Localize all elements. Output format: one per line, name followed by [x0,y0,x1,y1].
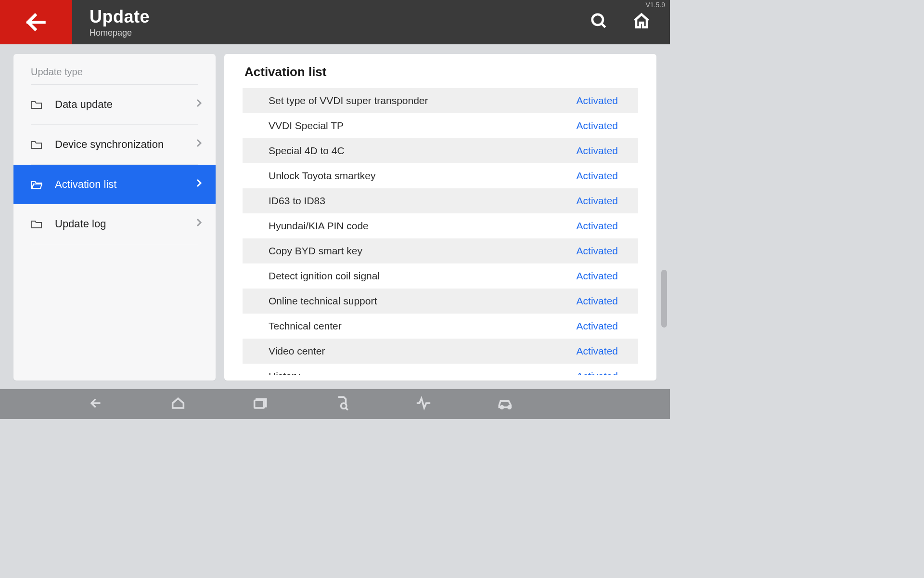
svg-rect-1 [255,400,264,408]
list-item[interactable]: HistoryActivated [243,364,638,375]
version-label: V1.5.9 [646,1,665,9]
item-name: Copy BYD smart key [269,245,577,257]
status-badge: Activated [577,245,618,257]
main-title: Activation list [243,65,638,79]
chevron-right-icon [195,138,202,151]
back-button[interactable] [0,0,72,44]
list-item[interactable]: Copy BYD smart keyActivated [243,238,638,263]
chevron-right-icon [195,98,202,111]
list-item[interactable]: Special 4D to 4CActivated [243,138,638,163]
list-item[interactable]: Set type of VVDI super transponderActiva… [243,88,638,113]
car-icon [496,395,515,411]
page-title: Update [90,7,150,27]
list-item[interactable]: VVDI Special TPActivated [243,113,638,138]
list-item[interactable]: Detect ignition coil signalActivated [243,263,638,289]
activation-list[interactable]: Set type of VVDI super transponderActiva… [243,88,638,375]
status-badge: Activated [577,320,618,332]
item-name: ID63 to ID83 [269,195,577,207]
status-badge: Activated [577,295,618,307]
title-block: Update Homepage [72,0,150,44]
sidebar-item-device-synchronization[interactable]: Device synchronization [13,125,216,164]
arrow-left-icon [24,10,48,34]
screen: Update Homepage V1.5.9 Update type Data … [0,0,670,419]
sidebar-item-data-update[interactable]: Data update [13,85,216,124]
home-button[interactable] [632,12,651,32]
item-name: Video center [269,345,577,357]
status-badge: Activated [577,345,618,357]
nav-back-button[interactable] [87,395,106,413]
header: Update Homepage V1.5.9 [0,0,670,44]
nav-home-button[interactable] [168,395,188,413]
sidebar-item-label: Device synchronization [45,138,195,151]
doc-search-icon [332,395,351,411]
sidebar-heading: Update type [13,61,216,84]
search-icon [590,12,608,30]
folder-icon [31,219,45,229]
item-name: Online technical support [269,295,577,307]
search-button[interactable] [590,12,608,32]
list-item[interactable]: Video centerActivated [243,339,638,364]
scrollbar-thumb[interactable] [661,270,667,328]
list-item[interactable]: Hyundai/KIA PIN codeActivated [243,213,638,238]
home-outline-icon [168,395,188,411]
sidebar-item-activation-list[interactable]: Activation list [13,165,216,204]
status-badge: Activated [577,170,618,182]
sidebar-item-label: Data update [45,98,195,111]
folder-icon [31,140,45,149]
status-badge: Activated [577,370,618,375]
page-subtitle: Homepage [90,28,150,38]
body: Update type Data updateDevice synchroniz… [0,44,670,419]
item-name: Detect ignition coil signal [269,270,577,282]
arrow-left-icon [87,395,106,411]
item-name: Special 4D to 4C [269,145,577,157]
sidebar: Update type Data updateDevice synchroniz… [13,54,216,381]
sidebar-item-label: Activation list [45,178,195,191]
status-badge: Activated [577,120,618,131]
list-item[interactable]: ID63 to ID83Activated [243,188,638,213]
folder-icon [31,180,45,189]
item-name: Hyundai/KIA PIN code [269,220,577,232]
svg-point-2 [341,403,346,408]
list-item[interactable]: Online technical supportActivated [243,289,638,314]
chevron-right-icon [195,178,202,191]
list-item[interactable]: Unlock Toyota smartkeyActivated [243,163,638,188]
main-panel: Activation list Set type of VVDI super t… [224,54,656,381]
home-icon [632,12,651,30]
status-badge: Activated [577,145,618,157]
chevron-right-icon [195,218,202,230]
folder-icon [31,100,45,109]
sidebar-item-label: Update log [45,218,195,230]
item-name: Technical center [269,320,577,332]
nav-recent-button[interactable] [250,395,270,413]
recent-apps-icon [250,395,270,411]
item-name: Unlock Toyota smartkey [269,170,577,182]
sidebar-item-update-log[interactable]: Update log [13,204,216,244]
divider [31,244,198,244]
status-badge: Activated [577,270,618,282]
item-name: VVDI Special TP [269,120,577,131]
list-item[interactable]: Technical centerActivated [243,314,638,339]
bottom-nav [0,389,670,419]
item-name: History [269,370,577,375]
item-name: Set type of VVDI super transponder [269,95,577,106]
activity-icon [414,395,433,411]
status-badge: Activated [577,195,618,207]
nav-search-button[interactable] [332,395,351,413]
nav-car-button[interactable] [496,395,515,413]
svg-point-0 [592,14,603,25]
status-badge: Activated [577,95,618,106]
status-badge: Activated [577,220,618,232]
nav-activity-button[interactable] [414,395,433,413]
